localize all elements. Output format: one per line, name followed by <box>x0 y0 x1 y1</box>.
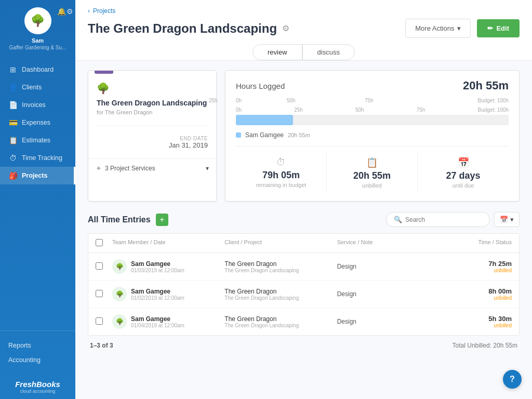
calendar-filter-button[interactable]: 📅 ▾ <box>494 212 520 227</box>
client-name-2: The Green Dragon <box>224 288 337 295</box>
breadcrumb[interactable]: ‹ Projects <box>88 7 520 15</box>
logo-circle: 🌳 <box>24 7 51 34</box>
hours-scale: 0h 25h 50h 75h <box>236 98 478 103</box>
add-time-entry-button[interactable]: + <box>156 214 168 226</box>
freshbooks-brand: FreshBooks <box>15 380 60 389</box>
client-project-3: The Green Dragon Landscaping <box>224 323 337 328</box>
accounting-label: Accounting <box>8 356 41 364</box>
sidebar-item-dashboard[interactable]: ⊞ Dashboard <box>0 61 75 78</box>
bell-icon[interactable]: 🔔 <box>57 7 66 16</box>
tabs: review discuss <box>88 44 520 60</box>
project-card: 🌳 The Green Dragon Landscaping for The G… <box>88 70 217 202</box>
search-icon: 🔍 <box>394 216 402 223</box>
table-header: Team Member / Date Client / Project Serv… <box>88 234 519 253</box>
stat-remaining-value: 79h 05m <box>240 170 322 181</box>
legend-name: Sam Gamgee <box>245 131 284 139</box>
content-area: 🌳 The Green Dragon Landscaping for The G… <box>75 61 532 399</box>
stat-unbilled-value: 20h 55m <box>331 170 413 181</box>
tab-discuss[interactable]: discuss <box>302 44 355 60</box>
sidebar-item-clients[interactable]: 👤 Clients <box>0 78 75 96</box>
member-avatar-1: 🌳 <box>112 259 127 274</box>
calendar-filter-icon: 📅 <box>500 216 508 223</box>
help-icon: ? <box>510 375 515 384</box>
sidebar-item-expenses[interactable]: 💳 Expenses <box>0 114 75 131</box>
scale-50h: 50h <box>287 98 296 103</box>
time-value-2: 8h 00m <box>449 287 512 295</box>
entries-title-area: All Time Entries + <box>88 214 168 226</box>
hours-total: 20h 55m <box>463 79 509 92</box>
service-3: Design <box>337 318 449 325</box>
services-chevron-icon: ▾ <box>206 165 209 172</box>
sidebar-item-accounting[interactable]: Accounting <box>6 353 69 367</box>
time-value-1: 7h 25m <box>449 260 512 268</box>
sidebar-item-label: Time Tracking <box>22 154 62 162</box>
total-unbilled-label: Total Unbilled: <box>453 342 491 349</box>
progress-bar-fill <box>236 115 293 125</box>
freshbooks-tagline: cloud accounting <box>20 389 56 394</box>
sidebar-item-reports[interactable]: Reports <box>6 338 69 353</box>
sidebar-item-invoices[interactable]: 📄 Invoices <box>0 96 75 114</box>
gear-icon[interactable]: ⚙ <box>66 7 73 16</box>
time-cell-3: 5h 30m unbilled <box>449 315 512 328</box>
freshbooks-logo: FreshBooks cloud accounting <box>0 375 75 399</box>
table-row[interactable]: 🌳 Sam Gamgee 01/02/2019 at 12:00am The G… <box>88 281 519 308</box>
card-tab-indicator <box>95 71 113 74</box>
end-date-area: END DATE Jan 31, 2019 <box>97 131 208 151</box>
pagination: 1–3 of 3 <box>90 342 113 349</box>
filter-icon[interactable]: ⚙ <box>282 23 289 33</box>
sidebar-nav: ⊞ Dashboard 👤 Clients 📄 Invoices 💳 Expen… <box>0 55 75 330</box>
dashboard-icon: ⊞ <box>8 65 18 74</box>
sidebar-username: Sam <box>32 37 44 44</box>
client-name-1: The Green Dragon <box>224 260 337 268</box>
stat-due-label: until due <box>422 182 504 189</box>
time-status-2: unbilled <box>449 295 512 301</box>
member-avatar-2: 🌳 <box>112 287 127 301</box>
time-tracking-icon: ⏱ <box>8 154 18 162</box>
entries-title: All Time Entries <box>88 215 151 224</box>
stat-due: 📅 27 days until due <box>418 153 509 193</box>
budget-label: Budget: 100h <box>478 98 509 103</box>
table-row[interactable]: 🌳 Sam Gamgee 01/04/2019 at 12:00am The G… <box>88 308 519 335</box>
stat-due-value: 27 days <box>422 170 504 181</box>
more-actions-button[interactable]: More Actions ▾ <box>405 19 471 38</box>
main-area: ‹ Projects The Green Dragon Landscaping … <box>75 0 532 399</box>
end-date-value: Jan 31, 2019 <box>97 141 208 149</box>
entries-table: Team Member / Date Client / Project Serv… <box>88 233 520 336</box>
project-services[interactable]: ✦ 3 Project Services ▾ <box>88 158 216 178</box>
row-checkbox-3[interactable] <box>96 317 103 325</box>
member-avatar-3: 🌳 <box>112 314 127 329</box>
row-checkbox-1[interactable] <box>96 262 103 270</box>
sidebar-item-estimates[interactable]: 📋 Estimates <box>0 131 75 149</box>
edit-button[interactable]: ✏ Edit <box>477 19 520 37</box>
total-unbilled-value: 20h 55m <box>493 342 517 349</box>
member-cell-1: 🌳 Sam Gamgee 01/03/2019 at 12:00am <box>112 259 224 274</box>
select-all-checkbox[interactable] <box>96 239 103 246</box>
chevron-down-icon: ▾ <box>457 24 461 32</box>
tab-review[interactable]: review <box>252 44 302 60</box>
member-date-2: 01/02/2019 at 12:00am <box>131 295 184 301</box>
sidebar-item-label: Expenses <box>22 119 50 126</box>
sidebar-bottom: Reports Accounting <box>0 330 75 375</box>
top-section: 🌳 The Green Dragon Landscaping for The G… <box>88 70 520 202</box>
scale-75h: 75h <box>365 98 374 103</box>
edit-label: Edit <box>496 24 509 32</box>
help-button[interactable]: ? <box>503 370 522 389</box>
clients-icon: 👤 <box>8 83 18 91</box>
row-checkbox-2[interactable] <box>96 290 103 297</box>
sidebar-logo: 🔔 ⚙ 🌳 Sam Gaffer Gardening & Su... <box>0 0 75 55</box>
sidebar-item-projects[interactable]: 🎒 Projects <box>0 167 75 184</box>
scale-25h: 25h <box>209 98 218 103</box>
member-date-1: 01/03/2019 at 12:00am <box>131 268 184 273</box>
member-name-1: Sam Gamgee <box>131 260 184 268</box>
project-tree-icon: 🌳 <box>97 82 208 95</box>
sidebar-item-time-tracking[interactable]: ⏱ Time Tracking <box>0 149 75 167</box>
table-footer: 1–3 of 3 Total Unbilled: 20h 55m <box>88 336 520 351</box>
card-subtitle: for The Green Dragon <box>97 109 208 115</box>
table-row[interactable]: 🌳 Sam Gamgee 01/03/2019 at 12:00am The G… <box>88 253 519 281</box>
col-member: Team Member / Date <box>112 239 224 247</box>
stat-unbilled: 📋 20h 55m unbilled <box>327 153 418 193</box>
stat-remaining-label: remaining in budget <box>240 182 322 188</box>
stat-remaining: ⏱ 79h 05m remaining in budget <box>236 153 327 193</box>
time-cell-1: 7h 25m unbilled <box>449 260 512 273</box>
search-input[interactable] <box>405 216 482 223</box>
